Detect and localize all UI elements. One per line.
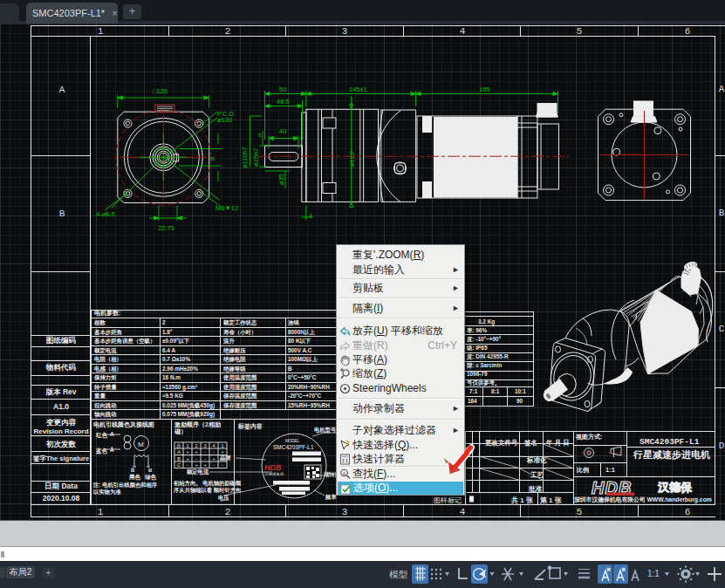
svg-text:48.5: 48.5: [277, 98, 290, 106]
svg-text:比例: 比例: [577, 466, 589, 474]
svg-text:Revision Record: Revision Record: [33, 427, 88, 435]
svg-text:基本步距角误差（空载）: 基本步距角误差（空载）: [94, 338, 155, 345]
svg-text:+: +: [186, 456, 188, 462]
svg-text:4: 4: [212, 443, 215, 448]
svg-text:2: 2: [195, 443, 197, 448]
svg-text:C: C: [719, 324, 725, 334]
svg-text:电机引线颜色及接线图: 电机引线颜色及接线图: [93, 420, 154, 428]
svg-text:度: DIN 42955-R: 度: DIN 42955-R: [466, 353, 509, 360]
svg-text:ø35: ø35: [277, 174, 285, 185]
svg-text:B: B: [59, 209, 65, 219]
svg-text:22.73: 22.73: [158, 224, 174, 232]
svg-text:8000h以上: 8000h以上: [288, 329, 316, 335]
svg-text:汉德保: 汉德保: [657, 481, 693, 494]
svg-text:版本 Rev: 版本 Rev: [45, 387, 77, 396]
svg-text:1: 1: [98, 507, 104, 517]
svg-text:A: A: [177, 449, 181, 455]
svg-text:日期 Data: 日期 Data: [44, 482, 78, 490]
svg-text:额定工作状态: 额定工作状态: [222, 319, 257, 326]
svg-text:164: 164: [468, 398, 477, 404]
svg-text:额定电流: 额定电流: [93, 347, 117, 354]
svg-text:0.025 MM(负载450g): 0.025 MM(负载450g): [162, 402, 215, 409]
svg-text:图纸编码: 图纸编码: [46, 336, 77, 345]
svg-text:径向跳动: 径向跳动: [93, 402, 117, 409]
svg-text:相数: 相数: [93, 319, 106, 326]
svg-text:使用温度范围: 使用温度范围: [222, 374, 256, 381]
svg-text:-: -: [222, 462, 223, 468]
svg-text:ø25h7: ø25h7: [252, 148, 260, 167]
svg-text:15%RH~95%RH: 15%RH~95%RH: [288, 402, 330, 408]
svg-text:红色: 红色: [95, 432, 108, 439]
svg-text:3: 3: [342, 507, 348, 517]
svg-text:B: B: [719, 208, 725, 218]
svg-text:145±1: 145±1: [349, 85, 367, 93]
svg-text:0.075 MM(负载920g): 0.075 MM(负载920g): [162, 411, 215, 418]
svg-text:-: -: [213, 449, 215, 455]
svg-text:绝缘等级: 绝缘等级: [222, 366, 246, 373]
svg-text:+: +: [203, 462, 206, 468]
svg-text:工艺: 工艺: [530, 471, 544, 479]
svg-text:Ā: Ā: [110, 447, 114, 453]
svg-text:1: 1: [98, 26, 104, 37]
svg-text:标签内容: 标签内容: [237, 422, 263, 430]
svg-text:1:1: 1:1: [605, 466, 615, 474]
svg-text:90: 90: [516, 398, 523, 404]
svg-text:8: 8: [209, 157, 216, 161]
svg-text:-: -: [204, 456, 206, 462]
svg-text:0°C~+50°C: 0°C~+50°C: [288, 374, 317, 380]
svg-text:+: +: [212, 456, 215, 462]
svg-text:SMC4203PF-L1: SMC4203PF-L1: [273, 444, 314, 450]
svg-text:率: 96%: 率: 96%: [467, 327, 487, 333]
svg-text:度: -10°~+90°: 度: -10°~+90°: [466, 336, 502, 343]
svg-text:ø120: ø120: [348, 152, 356, 167]
svg-text:D: D: [719, 441, 725, 451]
svg-text:年 月 日: 年 月 日: [545, 439, 570, 447]
svg-text:基本步距角: 基本步距角: [94, 329, 122, 336]
svg-text:汉德保电机: 汉德保电机: [264, 472, 284, 476]
svg-text:10:1: 10:1: [515, 388, 526, 394]
svg-text:MODEL: MODEL: [285, 439, 300, 443]
svg-text:A: A: [59, 85, 65, 95]
svg-text:2: 2: [162, 319, 166, 325]
svg-text:电感（相）: 电感（相）: [94, 366, 122, 373]
svg-text:保持力矩: 保持力矩: [93, 374, 117, 381]
svg-text:寿命（小时）: 寿命（小时）: [223, 329, 256, 336]
svg-text:20%RH~90%RH: 20%RH~90%RH: [288, 384, 330, 390]
svg-text:B̄: B̄: [131, 468, 135, 473]
svg-text:变更内容: 变更内容: [45, 418, 77, 427]
svg-text:6.4 A: 6.4 A: [162, 347, 175, 353]
svg-text:5: 5: [577, 507, 583, 517]
svg-text:16 N.m: 16 N.m: [162, 374, 181, 380]
svg-text:80 K以下: 80 K以下: [288, 338, 311, 344]
svg-text:1.8°: 1.8°: [162, 329, 173, 335]
svg-text:签字The signature: 签字The signature: [32, 455, 89, 462]
svg-text:A: A: [110, 431, 114, 437]
svg-text:A: A: [343, 470, 346, 475]
svg-text:2: 2: [225, 26, 231, 37]
svg-text:物料代码: 物料代码: [45, 363, 77, 372]
svg-text:6: 6: [685, 507, 691, 517]
svg-text:注: 电机引出线颜色和相序: 注: 电机引出线颜色和相序: [92, 482, 158, 489]
svg-text:500V A.C: 500V A.C: [288, 347, 312, 353]
svg-text:1: 1: [221, 443, 223, 448]
svg-text:4: 4: [460, 26, 466, 37]
svg-text:4: 4: [309, 212, 312, 220]
svg-text:A1.0: A1.0: [53, 402, 69, 411]
svg-text:轴向跳动: 轴向跳动: [93, 411, 117, 418]
svg-text:+: +: [186, 449, 188, 455]
svg-text:1: 1: [186, 443, 188, 448]
svg-text:5: 5: [577, 26, 583, 37]
svg-text:≈13560 g.cm²: ≈13560 g.cm²: [162, 384, 197, 391]
svg-text:B: B: [288, 366, 292, 372]
svg-text:绝缘电阻: 绝缘电阻: [222, 356, 246, 363]
svg-text:连续: 连续: [287, 319, 299, 326]
svg-text:电阻（相）: 电阻（相）: [94, 356, 122, 363]
svg-text:行星减速步进电机: 行星减速步进电机: [633, 449, 710, 460]
svg-text:磁）: 磁）: [174, 428, 187, 435]
svg-text:≈9.5 KG: ≈9.5 KG: [162, 393, 183, 399]
svg-text:0.7 Ω±10%: 0.7 Ω±10%: [162, 356, 190, 362]
svg-text:图样标记: 图样标记: [434, 496, 462, 504]
svg-text:序从共轴端以看 顺时针方向: 序从共轴端以看 顺时针方向: [173, 487, 241, 494]
svg-text:-: -: [187, 462, 188, 468]
svg-text:4: 4: [460, 507, 466, 517]
